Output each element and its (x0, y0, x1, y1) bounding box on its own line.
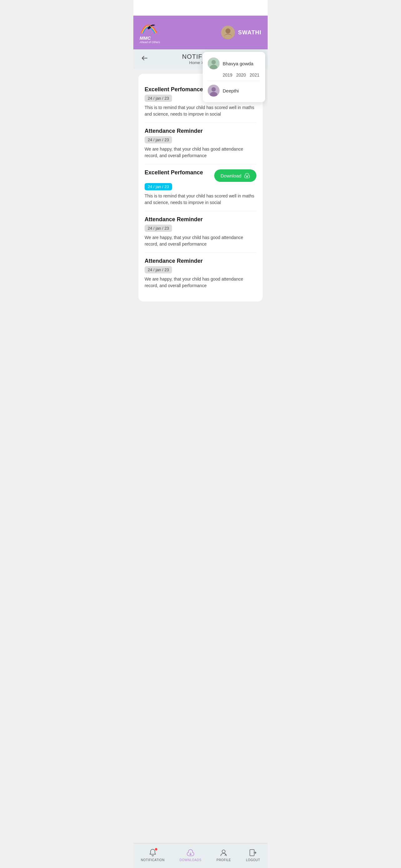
dropdown-user1-row[interactable]: Bhavya gowda (208, 56, 260, 71)
notification-body: We are happy, that your child has good a… (144, 146, 257, 159)
notification-item-2: Attendance Reminder 24 / jan / 23 We are… (144, 123, 257, 164)
back-button[interactable] (140, 53, 149, 65)
date-badge: 24 / jan / 23 (144, 266, 172, 273)
dropdown-avatar-1 (208, 58, 220, 69)
dropdown-user2-name: Deepthi (223, 88, 239, 93)
notification-title: Attendance Reminder (144, 216, 257, 223)
svg-point-3 (224, 34, 232, 39)
notifications-card: Excellent Perfomance 24 / jan / 23 This … (138, 74, 263, 302)
dropdown-divider (208, 81, 260, 81)
dropdown-avatar-2 (208, 85, 220, 97)
header: MMC Ahead of Others SWATHI (133, 16, 268, 50)
notification-item-4: Attendance Reminder 24 / jan / 23 We are… (144, 211, 257, 253)
year-row: 2019 2020 2021 (208, 71, 260, 79)
notification-body: This is to remind that your child has sc… (144, 104, 257, 118)
svg-point-1 (226, 28, 231, 33)
notification-body: We are happy, that your child has good a… (144, 276, 257, 289)
user-area[interactable]: SWATHI (221, 26, 261, 39)
svg-point-8 (211, 87, 216, 92)
user-dropdown[interactable]: Bhavya gowda 2019 2020 2021 Deepthi (203, 52, 265, 102)
dropdown-user2-row[interactable]: Deepthi (208, 83, 260, 98)
date-badge: 24 / jan / 23 (144, 95, 172, 102)
date-badge: 24 / jan / 23 (144, 225, 172, 232)
download-arrow-icon (244, 173, 250, 179)
notification-body: This is to remind that your child has sc… (144, 193, 257, 206)
user-avatar (221, 26, 235, 39)
middle-spacer (133, 307, 268, 332)
svg-point-5 (211, 60, 216, 64)
logo-area: MMC Ahead of Others (140, 21, 160, 44)
download-button[interactable]: Download (214, 169, 257, 182)
logo-icon (140, 21, 158, 35)
notification-title: Excellent Perfomance (144, 169, 203, 176)
user-name-label: SWATHI (238, 29, 261, 36)
notification-title: Attendance Reminder (144, 258, 257, 264)
nav-bar: NOTIFICATIONS Home > Notifications Bhavy… (133, 50, 268, 69)
content-area: Excellent Perfomance 24 / jan / 23 This … (133, 69, 268, 307)
date-badge: 24 / jan / 23 (144, 136, 172, 144)
year-2021[interactable]: 2021 (249, 72, 259, 78)
notif-header-row: Excellent Perfomance Download (144, 169, 257, 182)
download-label: Download (221, 173, 241, 178)
notification-item-3: Excellent Perfomance Download 24 / jan /… (144, 164, 257, 211)
notification-body: We are happy, that your child has good a… (144, 234, 257, 247)
date-badge: 24 / jan / 23 (144, 183, 172, 190)
dropdown-user1-name: Bhavya gowda (223, 61, 253, 66)
year-2020[interactable]: 2020 (236, 72, 246, 78)
top-spacer (133, 0, 268, 16)
notification-item-5: Attendance Reminder 24 / jan / 23 We are… (144, 253, 257, 294)
notification-title: Attendance Reminder (144, 128, 257, 134)
year-2019[interactable]: 2019 (223, 72, 232, 78)
